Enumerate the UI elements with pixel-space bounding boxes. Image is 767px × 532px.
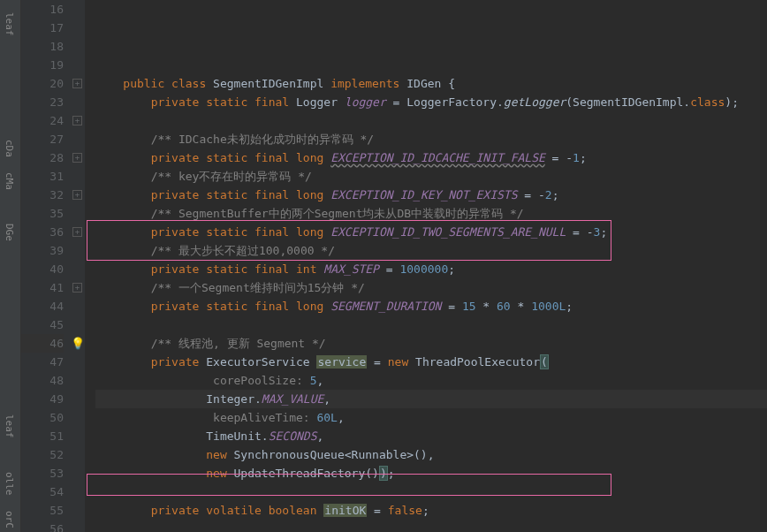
code-line[interactable]: private static final long SEGMENT_DURATI… <box>95 297 767 315</box>
code-line[interactable]: new SynchronousQueue<Runnable>(), <box>95 445 767 464</box>
code-line[interactable]: keepAliveTime: 60L, <box>95 408 767 427</box>
line-number[interactable]: 28 <box>21 148 64 167</box>
line-number[interactable]: 17 <box>21 19 64 37</box>
side-tab[interactable]: cDa <box>0 136 20 161</box>
code-line[interactable]: private static final long EXCEPTION_ID_I… <box>95 148 767 167</box>
line-number[interactable]: 36 <box>21 223 64 241</box>
tool-window-bar[interactable]: leaf cDa cMa DGe leaf olle orC <box>0 0 21 532</box>
line-number[interactable]: 45 <box>21 315 64 334</box>
code-line[interactable]: /** 线程池, 更新 Segment */ <box>95 334 767 353</box>
line-number[interactable]: 46 <box>21 334 64 353</box>
line-number[interactable]: 27 <box>21 130 64 148</box>
code-line[interactable]: /** key不存在时的异常码 */ <box>95 167 767 186</box>
code-line[interactable]: public class SegmentIDGenImpl implements… <box>95 74 767 93</box>
code-line[interactable]: private volatile boolean initOK = false; <box>95 501 767 520</box>
code-line[interactable]: private ExecutorService service = new Th… <box>95 353 767 371</box>
line-number[interactable]: 50 <box>21 408 64 427</box>
intention-bulb-icon[interactable]: 💡 <box>71 334 85 353</box>
line-number[interactable]: 47 <box>21 353 64 371</box>
line-number[interactable]: 52 <box>21 445 64 464</box>
code-line[interactable] <box>95 56 767 74</box>
line-number[interactable]: 31 <box>21 167 64 186</box>
code-line[interactable]: /** IDCache未初始化成功时的异常码 */ <box>95 130 767 148</box>
line-number[interactable]: 44 <box>21 297 64 315</box>
line-number[interactable]: 55 <box>21 501 64 520</box>
line-number[interactable]: 54 <box>21 483 64 501</box>
code-line[interactable] <box>95 520 767 532</box>
code-line[interactable]: private static final long EXCEPTION_ID_K… <box>95 186 767 204</box>
side-tab[interactable]: leaf <box>0 411 20 442</box>
line-number[interactable]: 56 <box>21 520 64 532</box>
line-number[interactable]: 41 <box>21 278 64 297</box>
code-line[interactable]: corePoolSize: 5, <box>95 371 767 390</box>
side-tab[interactable]: cMa <box>0 169 20 194</box>
line-number[interactable]: 18 <box>21 37 64 56</box>
fold-gutter[interactable]: ++++++💡 <box>71 0 85 532</box>
fold-toggle-icon[interactable]: + <box>72 116 82 125</box>
code-line[interactable]: private static final int MAX_STEP = 1000… <box>95 260 767 278</box>
line-number-gutter[interactable]: 1617181920232427283132353639404144454647… <box>21 0 71 532</box>
fold-toggle-icon[interactable]: + <box>72 190 82 200</box>
code-line[interactable]: new UpdateThreadFactory()); <box>95 464 767 483</box>
line-number[interactable]: 24 <box>21 111 64 130</box>
code-line[interactable] <box>95 111 767 130</box>
line-number[interactable]: 35 <box>21 204 64 223</box>
fold-toggle-icon[interactable]: + <box>72 79 82 88</box>
line-number[interactable]: 32 <box>21 186 64 204</box>
line-number[interactable]: 51 <box>21 427 64 445</box>
code-line[interactable]: private static final Logger logger = Log… <box>95 93 767 111</box>
code-line[interactable]: /** 一个Segment维持时间为15分钟 */ <box>95 278 767 297</box>
line-number[interactable]: 53 <box>21 464 64 483</box>
code-line[interactable]: /** 最大步长不超过100,0000 */ <box>95 241 767 260</box>
fold-toggle-icon[interactable]: + <box>72 283 82 293</box>
line-number[interactable]: 23 <box>21 93 64 111</box>
side-tab[interactable]: orC <box>0 507 20 532</box>
line-number[interactable]: 19 <box>21 56 64 74</box>
side-tab[interactable]: olle <box>0 468 20 499</box>
line-number[interactable]: 20 <box>21 74 64 93</box>
line-number[interactable]: 16 <box>21 0 64 19</box>
side-tab[interactable]: leaf <box>0 9 20 40</box>
side-tab[interactable]: DGe <box>0 220 20 245</box>
code-line[interactable]: /** SegmentBuffer中的两个Segment均未从DB中装载时的异常… <box>95 204 767 223</box>
code-line[interactable]: TimeUnit.SECONDS, <box>95 427 767 445</box>
line-number[interactable]: 48 <box>21 371 64 390</box>
code-line[interactable] <box>95 483 767 501</box>
fold-toggle-icon[interactable]: + <box>72 227 82 237</box>
line-number[interactable]: 39 <box>21 241 64 260</box>
code-line[interactable] <box>95 315 767 334</box>
line-number[interactable]: 49 <box>21 390 64 408</box>
line-number[interactable]: 40 <box>21 260 64 278</box>
code-line[interactable]: private static final long EXCEPTION_ID_T… <box>95 223 767 241</box>
editor-area[interactable]: public class SegmentIDGenImpl implements… <box>85 0 767 532</box>
fold-toggle-icon[interactable]: + <box>72 153 82 163</box>
code-line[interactable]: Integer.MAX_VALUE, <box>95 390 767 408</box>
